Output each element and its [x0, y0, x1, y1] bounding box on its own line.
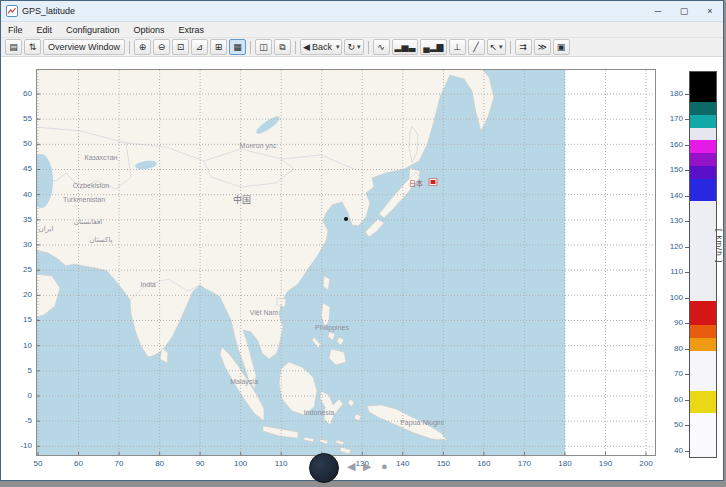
app-icon	[6, 5, 18, 17]
chevron-down-icon: ▾	[357, 40, 361, 54]
colorbar-segment	[690, 153, 716, 166]
toolbar-separator	[295, 41, 296, 54]
map-country-label: Turkmenistan	[63, 196, 105, 203]
colorbar-segment	[690, 72, 716, 102]
back-button[interactable]: ◀Back▾	[300, 39, 342, 55]
map-canvas[interactable]	[36, 69, 656, 456]
toolbar-separator	[129, 41, 130, 54]
overview-window-button-label: Overview Window	[48, 40, 120, 54]
colorbar-segment	[690, 391, 716, 413]
toolbar-separator	[510, 41, 511, 54]
toolbar-separator	[368, 41, 369, 54]
colorbar-tick	[685, 298, 689, 299]
grid-button[interactable]: ▦	[229, 39, 246, 55]
zoom-area-icon: ⊡	[177, 40, 185, 54]
window-title: GPS_latitude	[22, 6, 75, 16]
colorbar-tick	[685, 145, 689, 146]
copy-graphic-button[interactable]: ⧉	[274, 39, 291, 55]
y-tick-label: 40	[5, 190, 32, 199]
overview-window-button[interactable]: Overview Window	[43, 39, 125, 55]
y-tick-label: 0	[5, 391, 32, 400]
y-tick-label: 35	[5, 215, 32, 224]
minimize-button[interactable]: ─	[645, 1, 671, 21]
x-tick-label: 180	[552, 459, 578, 468]
play-icon[interactable]: ▶	[363, 460, 371, 473]
histogram-icon: ▄▂▆	[423, 40, 443, 54]
chevron-down-icon: ▾	[336, 40, 340, 54]
axis-setup-icon: ⇅	[29, 40, 37, 54]
map-country-label: Монгол улс	[240, 142, 277, 149]
x-tick-label: 170	[511, 459, 537, 468]
map-country-label: Việt Nam	[250, 309, 279, 316]
colorbar-tick-label: 120	[657, 242, 683, 251]
playback-cursor[interactable]	[309, 453, 339, 483]
x-tick-label: 140	[390, 459, 416, 468]
flag-forward-button[interactable]: ⇉	[515, 39, 532, 55]
y-tick-label: 60	[5, 89, 32, 98]
map-plot[interactable]: КазахстанМонгол улсO'zbekistonTurkmenist…	[36, 69, 656, 456]
zoom-out-icon: ⊖	[158, 40, 166, 54]
pan-button[interactable]: ⊞	[210, 39, 227, 55]
x-tick-label: 200	[633, 459, 659, 468]
step-back-icon[interactable]: ◀	[347, 460, 355, 473]
flag-fast-button[interactable]: ≫	[534, 39, 551, 55]
colorbar-unit-label: [ km/h ]	[715, 229, 724, 309]
menu-item-options[interactable]: Options	[127, 24, 172, 36]
gps-data-point	[344, 217, 348, 221]
toolbar: ▤⇅Overview Window⊕⊖⊡⊿⊞▦◫⧉◀Back▾↻▾∿▂▅▃▄▂▆…	[1, 38, 723, 57]
colorbar-segment	[690, 301, 716, 325]
colorbar-tick-label: 80	[657, 344, 683, 353]
zoom-area-button[interactable]: ⊡	[172, 39, 189, 55]
report-window-button[interactable]: ▤	[5, 39, 22, 55]
y-axis-button[interactable]: ⊥	[449, 39, 466, 55]
y-tick-label: 15	[5, 315, 32, 324]
bar-chart-button[interactable]: ▂▅▃	[392, 39, 419, 55]
colorbar-tick-label: 40	[657, 446, 683, 455]
colorbar-segment	[690, 115, 716, 128]
colorbar	[689, 71, 717, 458]
copy-icon: ◫	[259, 40, 268, 54]
colorbar-tick-label: 50	[657, 420, 683, 429]
colorbar-tick-label: 180	[657, 89, 683, 98]
copy-button[interactable]: ◫	[255, 39, 272, 55]
y-tick-label: 5	[5, 366, 32, 375]
toolbar-separator	[250, 41, 251, 54]
report-window-icon: ▤	[9, 40, 18, 54]
x-tick-label: 50	[25, 459, 51, 468]
redo-button[interactable]: ↻▾	[344, 39, 363, 55]
measure-button[interactable]: ⊿	[191, 39, 208, 55]
maximize-button[interactable]: ▢	[671, 1, 697, 21]
menu-item-edit[interactable]: Edit	[30, 24, 60, 36]
y-tick-label: 50	[5, 139, 32, 148]
colorbar-segment	[690, 140, 716, 153]
y-tick-label: 45	[5, 164, 32, 173]
menu-item-extras[interactable]: Extras	[172, 24, 212, 36]
colorbar-tick-label: 170	[657, 114, 683, 123]
map-country-label: Казахстан	[85, 154, 118, 161]
colorbar-tick	[685, 451, 689, 452]
axis-setup-button[interactable]: ⇅	[24, 39, 41, 55]
draw-line-icon: ╱	[473, 40, 478, 54]
histogram-button[interactable]: ▄▂▆	[420, 39, 446, 55]
colorbar-tick-label: 100	[657, 293, 683, 302]
record-icon[interactable]: ●	[381, 460, 388, 472]
close-button[interactable]: ×	[697, 1, 723, 21]
zoom-out-button[interactable]: ⊖	[153, 39, 170, 55]
colorbar-tick-label: 70	[657, 369, 683, 378]
map-country-label: India	[140, 281, 155, 288]
pointer-button[interactable]: ↖▾	[487, 39, 506, 55]
map-country-label: پاکستان	[89, 236, 112, 244]
colorbar-segment	[690, 338, 716, 351]
y-tick-label: 25	[5, 265, 32, 274]
back-button-label: Back	[312, 40, 332, 54]
draw-line-button[interactable]: ╱	[468, 39, 485, 55]
colorbar-tick-label: 140	[657, 191, 683, 200]
line-chart-button[interactable]: ∿	[373, 39, 390, 55]
x-tick-label: 90	[187, 459, 213, 468]
menu-item-configuration[interactable]: Configuration	[59, 24, 127, 36]
colorbar-tick	[685, 221, 689, 222]
export-button[interactable]: ▣	[553, 39, 570, 55]
colorbar-tick	[685, 247, 689, 248]
menu-item-file[interactable]: File	[1, 24, 30, 36]
zoom-in-button[interactable]: ⊕	[134, 39, 151, 55]
